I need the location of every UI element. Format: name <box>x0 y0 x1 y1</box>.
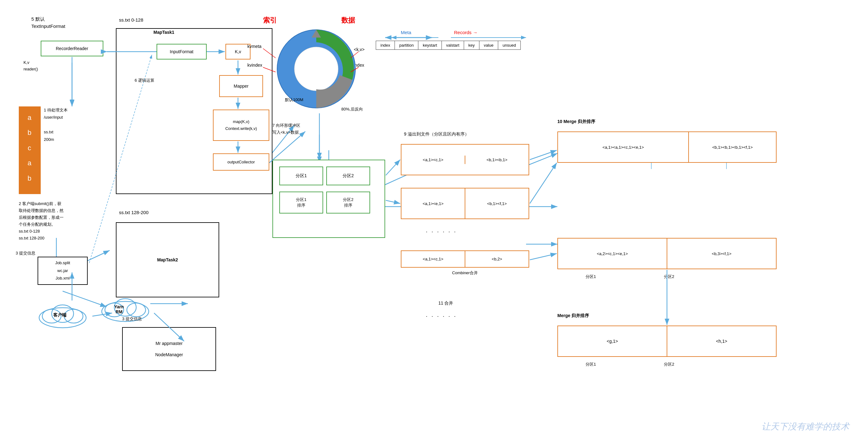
index-label: 索引 <box>263 15 277 25</box>
spill2-b1f1: <b,1><f,1> <box>465 188 529 219</box>
kvindex-label: kvindex <box>247 63 262 68</box>
yarn-rm-label: YarnRM <box>114 304 124 314</box>
step1-label: 1 待处理文本/user/inputss.txt200m <box>44 106 68 143</box>
kv-box: K,v <box>225 44 250 60</box>
step3-label: 3 提交信息 <box>16 250 35 256</box>
part1-label-merge2: 分区1 <box>586 274 596 280</box>
merge1-left: <a,1><a,1><c,1><e,1> <box>558 132 689 162</box>
svg-line-13 <box>526 153 557 166</box>
partition2-top: 分区2 <box>326 166 370 185</box>
col-valstart: valstart <box>441 41 464 50</box>
meta-records-table: index partition keystart valstart key va… <box>376 41 521 50</box>
merge-box-1: <a,1><a,1><c,1><e,1> <b,1><b,1><b,1><f,1… <box>557 131 777 163</box>
col-value: value <box>479 41 498 50</box>
step10-label: 10 Merge 归并排序 <box>557 119 595 125</box>
final-merge-box: <g,1> <h,1> <box>557 325 777 357</box>
step9-label: 9 溢出到文件（分区且区内有序） <box>404 131 469 137</box>
merge1-right: <b,1><b,1><b,1><f,1> <box>689 132 776 162</box>
partition1-top: 分区1 <box>279 166 323 185</box>
merge-box-2: <a,2><c,1><e,1> <b,3><f,1> <box>557 238 777 269</box>
combiner-area: <a,1><c,1> <b,2> Combiner合并 <box>401 250 529 288</box>
spill1-b1b1: <b,1><b,1> <box>465 156 529 164</box>
dots2: · · · · · · <box>426 313 457 320</box>
data-label: 数据 <box>341 15 355 25</box>
meta-label: Meta <box>401 30 411 35</box>
col-partition: partition <box>395 41 418 50</box>
partition-area-box: 分区1 分区2 分区1排序 分区2排序 <box>272 160 385 238</box>
client-label: 客户端 <box>53 312 66 318</box>
step7-label: 7 向环形缓冲区写入<k,v>数据 <box>272 122 300 136</box>
ss-txt-0128-label: ss.txt 0-128 <box>119 17 144 23</box>
default-100m-label: 默认100M <box>285 97 303 103</box>
spill1-a1c1: <a,1><c,1> <box>401 156 465 164</box>
80percent-label: 80%,后反向 <box>341 106 363 112</box>
partition2-sort: 分区2排序 <box>326 192 370 214</box>
step11-label: 11 合并 <box>438 301 453 306</box>
recorder-reader-box: RecorderReader <box>41 41 103 56</box>
kvmeta-label: kvmeta <box>247 44 261 49</box>
map-func-box: map(K,v)Context.write(k,v) <box>213 109 269 141</box>
combiner-b2: <b,2> <box>465 251 529 267</box>
part2-label-merge2: 分区2 <box>664 274 674 280</box>
client-cloud: 客户端 <box>34 301 91 329</box>
svg-line-52 <box>530 254 557 260</box>
spill2-a1e1: <a,1><e,1> <box>401 188 465 219</box>
merge2-b3f1: <b,3><f,1> <box>667 239 776 269</box>
ss-txt-128200-label: ss.txt 128-200 <box>119 210 148 215</box>
svg-line-46 <box>269 131 305 163</box>
mapper-box: Mapper <box>219 75 263 97</box>
part1-label-final: 分区1 <box>586 361 596 367</box>
input-format-box: InputFormat <box>157 44 207 60</box>
maptask2-box: MapTask2 <box>116 222 219 297</box>
col-unsued: unsued <box>498 41 521 50</box>
merge2-a2c1e1: <a,2><c,1><e,1> <box>558 239 667 269</box>
merge-sort2-label: Merge 归并排序 <box>557 313 589 319</box>
step5-label: 5 默认 TextInputFormat <box>31 15 65 30</box>
job-submit-box: Job.splitwc.jarJob.xml <box>38 257 88 285</box>
combiner-label: Combiner合并 <box>401 270 529 276</box>
output-collector-box: outputCollector <box>213 153 269 170</box>
final-g1: <g,1> <box>558 326 667 356</box>
spill-box-1: <a,1><c,1> <b,1><b,1> <box>401 144 529 175</box>
svg-line-48 <box>386 160 400 175</box>
maptask1-title: MapTask1 <box>153 30 175 35</box>
svg-line-49 <box>386 200 400 203</box>
combiner-a1c1: <a,1><c,1> <box>401 251 465 267</box>
step4-label: 3 提交信息 <box>122 316 142 322</box>
mr-appmaster-box: Mr appmaster NodeManager <box>122 327 216 371</box>
partition1-sort: 分区1排序 <box>279 192 323 214</box>
spill-box-2: <a,1><e,1> <b,1><f,1> <box>401 188 529 219</box>
dots1: · · · · · · <box>426 228 457 235</box>
col-keystart: keystart <box>418 41 442 50</box>
col-key: key <box>464 41 479 50</box>
maptask2-title: MapTask2 <box>157 257 178 262</box>
svg-line-50 <box>530 150 557 160</box>
kv-reader-label: K,vreader() <box>24 60 38 73</box>
svg-point-33 <box>294 47 338 91</box>
input-file-block: abcab… <box>19 106 41 194</box>
part2-label-final: 分区2 <box>664 361 674 367</box>
records-label: Records → <box>454 30 477 35</box>
col-index: index <box>376 41 395 50</box>
step2-label: 2 客户端submit()前，获取待处理数据的信息，然后根据参数配置，形成一个任… <box>19 200 64 242</box>
step6-label: 6 逻辑运算 <box>135 77 154 83</box>
watermark: 让天下没有难学的技术 <box>762 421 849 433</box>
svg-line-51 <box>530 163 557 203</box>
final-h1: <h,1> <box>667 326 776 356</box>
